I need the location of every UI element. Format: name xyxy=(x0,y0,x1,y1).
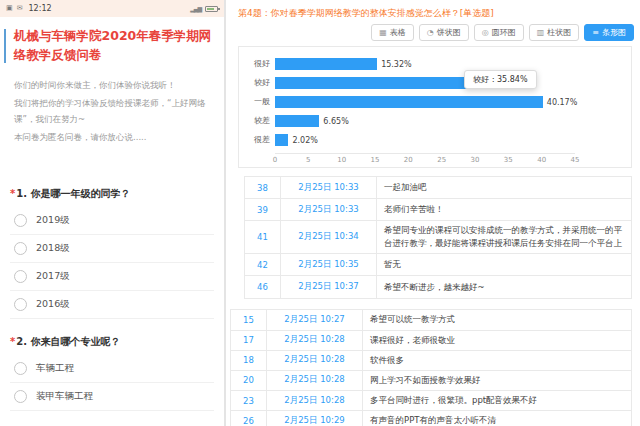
chart-bar[interactable] xyxy=(275,96,543,108)
y-axis-labels: 很好 较好 一般 较差 很差 xyxy=(247,55,275,149)
comment-text: 课程很好，老师很敬业 xyxy=(363,331,631,350)
donut-chart-button[interactable]: ◎ 圆环图 xyxy=(474,24,524,41)
question-2-options: 车辆工程 装甲车辆工程 xyxy=(10,355,214,411)
radio-option-vehicle-eng[interactable]: 车辆工程 xyxy=(10,355,214,383)
bar-chart-button[interactable]: ≡ 条形图 xyxy=(584,24,634,41)
comment-row: 26 2月25日 10:29 有声音的PPT有的声音太小听不清 xyxy=(231,411,631,426)
message-icon: ✉ xyxy=(17,5,23,12)
x-axis-tick: 0 xyxy=(273,156,277,164)
clock: 12:12 xyxy=(29,4,52,13)
x-axis-tick: 25 xyxy=(437,156,446,164)
comment-text: 老师们辛苦啦！ xyxy=(377,199,631,220)
status-bar: ▣ ✉ 12:12 ▂▄▆ xyxy=(0,0,224,17)
pie-chart-icon: ◔ xyxy=(427,29,434,37)
comment-id: 26 xyxy=(231,411,267,426)
x-axis-tick: 15 xyxy=(371,156,380,164)
comment-text: 希望不断进步，越来越好~ xyxy=(377,276,631,298)
comment-date: 2月25日 10:37 xyxy=(281,276,377,298)
button-label: 条形图 xyxy=(602,27,626,38)
comment-id: 42 xyxy=(245,254,281,275)
comment-row: 41 2月25日 10:34 希望同专业的课程可以安排成统一的教学方式，并采用统… xyxy=(245,221,631,254)
required-asterisk: * xyxy=(10,188,15,199)
battery-icon xyxy=(205,6,218,12)
comment-id: 18 xyxy=(231,351,267,370)
comment-id: 20 xyxy=(231,371,267,390)
comment-date: 2月25日 10:33 xyxy=(281,199,377,220)
comment-date: 2月25日 10:34 xyxy=(281,221,377,253)
table-icon: ▦ xyxy=(379,29,387,37)
bar-row: 6.65% xyxy=(275,115,575,127)
result-question-title: 第4题：你对春季学期网络教学的整体安排感觉怎么样？[单选题] xyxy=(230,4,634,22)
comment-id: 17 xyxy=(231,331,267,350)
survey-title: 机械与车辆学院2020年春季学期网络教学反馈问卷 xyxy=(14,27,212,65)
comment-date: 2月25日 10:27 xyxy=(267,310,363,329)
comment-id: 23 xyxy=(231,391,267,410)
bar-value-label: 15.32% xyxy=(381,60,412,69)
radio-option-2017[interactable]: 2017级 xyxy=(10,263,214,291)
radio-circle-icon[interactable] xyxy=(14,270,27,283)
button-label: 圆环图 xyxy=(492,27,516,38)
comment-date: 2月25日 10:28 xyxy=(267,391,363,410)
question-2-label: *2. 你来自哪个专业呢？ xyxy=(10,335,214,349)
split-view: ▣ ✉ 12:12 ▂▄▆ 机械与车辆学院2020年春季学期网络教学反馈问卷 你… xyxy=(0,0,640,426)
chart-bar[interactable] xyxy=(275,134,288,146)
chart-bar[interactable] xyxy=(275,115,319,127)
y-axis-label: 较好 xyxy=(247,79,275,87)
question-1-text: 1. 你是哪一年级的同学？ xyxy=(16,188,130,199)
question-2-text: 2. 你来自哪个专业呢？ xyxy=(16,336,120,347)
radio-circle-icon[interactable] xyxy=(14,298,27,311)
comment-row: 46 2月25日 10:37 希望不断进步，越来越好~ xyxy=(245,276,631,298)
radio-circle-icon[interactable] xyxy=(14,242,27,255)
question-1: *1. 你是哪一年级的同学？ 2019级 2018级 2017级 2016级 xyxy=(0,187,224,319)
chart-type-toolbar: ▦ 表格 ◔ 饼状图 ◎ 圆环图 ▥ 柱状图 ≡ 条形图 xyxy=(230,22,634,46)
survey-title-block: 机械与车辆学院2020年春季学期网络教学反馈问卷 xyxy=(0,17,224,69)
comment-text: 软件很多 xyxy=(363,351,631,370)
column-chart-button[interactable]: ▥ 柱状图 xyxy=(529,24,580,41)
comment-date: 2月25日 10:35 xyxy=(281,254,377,275)
radio-option-armored-vehicle-eng[interactable]: 装甲车辆工程 xyxy=(10,383,214,411)
x-axis-tick: 5 xyxy=(306,156,310,164)
bar-value-label: 6.65% xyxy=(323,116,348,125)
notification-icon: ▣ xyxy=(6,5,13,12)
chart-bar[interactable] xyxy=(275,58,377,70)
comment-row: 23 2月25日 10:28 多平台同时进行，很繁琐。ppt配音效果不好 xyxy=(231,391,631,411)
option-label: 装甲车辆工程 xyxy=(36,390,93,403)
radio-option-2019[interactable]: 2019级 xyxy=(10,207,214,235)
comment-date: 2月25日 10:29 xyxy=(267,411,363,426)
question-2: *2. 你来自哪个专业呢？ 车辆工程 装甲车辆工程 xyxy=(0,335,224,411)
required-asterisk: * xyxy=(10,336,15,347)
comment-text: 希望可以统一教学方式 xyxy=(363,310,631,329)
radio-circle-icon[interactable] xyxy=(14,214,27,227)
x-axis-tick: 20 xyxy=(404,156,413,164)
comment-text: 有声音的PPT有的声音太小听不清 xyxy=(363,411,631,426)
bar-value-label: 2.02% xyxy=(292,135,317,144)
radio-circle-icon[interactable] xyxy=(14,362,27,375)
comment-text: 希望同专业的课程可以安排成统一的教学方式，并采用统一的平台进行教学，最好能将课程… xyxy=(377,221,631,253)
comment-row: 18 2月25日 10:28 软件很多 xyxy=(231,351,631,371)
survey-intro: 你们的时间你来做主，你们体验你说我听！ 我们将把你的学习体验反馈给授课老师，“上… xyxy=(0,69,224,146)
radio-option-2016[interactable]: 2016级 xyxy=(10,291,214,319)
pie-chart-button[interactable]: ◔ 饼状图 xyxy=(419,24,469,41)
button-label: 饼状图 xyxy=(437,27,461,38)
comment-id: 39 xyxy=(245,199,281,220)
bar-plot: 15.32% 40.17% 6.65% 2.02 xyxy=(275,55,575,149)
comment-date: 2月25日 10:28 xyxy=(267,331,363,350)
comment-id: 15 xyxy=(231,310,267,329)
y-axis-label: 很好 xyxy=(247,60,275,68)
y-axis-label: 较差 xyxy=(247,117,275,125)
comment-row: 42 2月25日 10:35 暂无 xyxy=(245,254,631,276)
radio-circle-icon[interactable] xyxy=(14,390,27,403)
comment-row: 38 2月25日 10:33 一起加油吧 xyxy=(245,177,631,199)
radio-option-2018[interactable]: 2018级 xyxy=(10,235,214,263)
chart-tooltip: 较好：35.84% xyxy=(464,70,537,89)
bar-row: 2.02% xyxy=(275,134,575,146)
comments-table-2: 15 2月25日 10:27 希望可以统一教学方式 17 2月25日 10:28… xyxy=(230,309,632,426)
bar-row: 40.17% xyxy=(275,96,575,108)
x-axis-tick: 45 xyxy=(571,156,580,164)
signal-icon: ▂▄▆ xyxy=(190,5,201,12)
comment-text: 网上学习不如面授教学效果好 xyxy=(363,371,631,390)
comment-row: 17 2月25日 10:28 课程很好，老师很敬业 xyxy=(231,331,631,351)
y-axis-label: 一般 xyxy=(247,98,275,106)
x-axis-tick: 35 xyxy=(504,156,513,164)
table-view-button[interactable]: ▦ 表格 xyxy=(371,24,414,41)
